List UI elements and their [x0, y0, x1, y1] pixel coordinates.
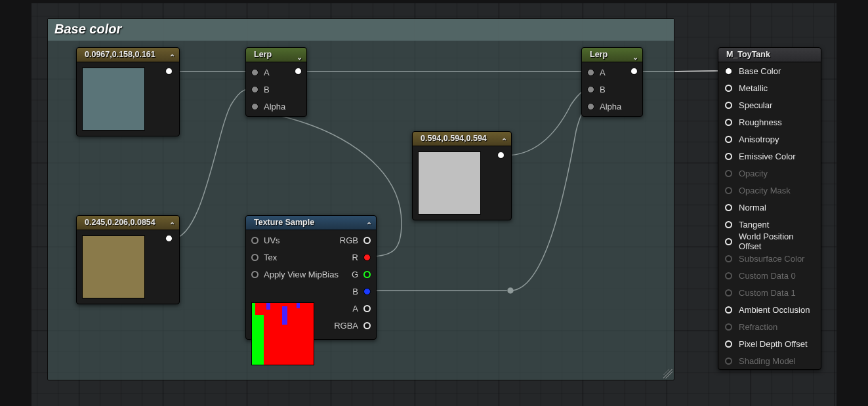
node-lerp-2[interactable]: Lerp ⌄ A B Alpha	[581, 47, 643, 117]
node-constant3vector-1[interactable]: 0.0967,0.158,0.161 ⌃	[76, 47, 180, 136]
pin-dot-icon	[725, 323, 732, 331]
pin-dot-icon	[725, 255, 732, 262]
output-pin-rgba[interactable]: RGBA	[334, 321, 371, 331]
input-pin-b[interactable]: B	[587, 81, 637, 98]
graph-canvas[interactable]: Base color 0.0967,0.158,0.161 ⌃ 0.245,0.…	[0, 0, 868, 406]
pin-dot-icon	[725, 357, 732, 365]
comment-title[interactable]: Base color	[48, 19, 674, 41]
pin-label: Shading Model	[739, 356, 796, 366]
pin-label: Pixel Depth Offset	[739, 339, 808, 349]
chevron-down-icon[interactable]: ⌄	[297, 51, 302, 64]
node-title: Texture Sample	[254, 218, 314, 227]
pin-dot-icon	[725, 238, 732, 245]
node-constant3vector-2[interactable]: 0.245,0.206,0.0854 ⌃	[76, 215, 180, 304]
node-title: 0.245,0.206,0.0854	[85, 218, 155, 227]
node-constant3vector-3[interactable]: 0.594,0.594,0.594 ⌃	[412, 131, 512, 220]
pin-label: Custom Data 0	[739, 271, 796, 281]
panel-edge-right	[837, 0, 868, 406]
pin-label: RGBA	[334, 321, 358, 331]
pin-label: Subsurface Color	[739, 254, 804, 264]
material-input-refraction: Refraction	[718, 318, 821, 335]
output-pin-r[interactable]: R	[352, 253, 371, 262]
material-input-metallic[interactable]: Metallic	[718, 79, 821, 96]
node-header[interactable]: Texture Sample ⌃	[246, 216, 376, 230]
material-input-pixel-depth-offset[interactable]: Pixel Depth Offset	[718, 335, 821, 352]
pin-label: B	[264, 85, 270, 94]
chevron-down-icon[interactable]: ⌄	[632, 51, 638, 64]
pin-label: Roughness	[739, 117, 782, 127]
pin-label: Opacity Mask	[739, 186, 791, 195]
pin-dot-icon	[725, 85, 732, 92]
input-pin-a[interactable]: A	[587, 64, 637, 81]
node-lerp-1[interactable]: Lerp ⌄ A B Alpha	[245, 47, 307, 117]
output-pin[interactable]	[165, 68, 173, 75]
color-swatch[interactable]	[82, 235, 145, 298]
node-header[interactable]: 0.245,0.206,0.0854 ⌃	[77, 216, 179, 230]
node-body: UVs RGB Tex R Apply View MipBias G B A	[246, 230, 376, 339]
material-input-base-color[interactable]: Base Color	[718, 62, 821, 79]
pin-label: Refraction	[739, 322, 777, 332]
node-header[interactable]: 0.0967,0.158,0.161 ⌃	[77, 48, 179, 62]
node-title: M_ToyTank	[726, 50, 770, 59]
material-input-specular[interactable]: Specular	[718, 96, 821, 113]
output-pin-b[interactable]: B	[352, 287, 371, 296]
material-input-roughness[interactable]: Roughness	[718, 113, 821, 131]
texture-preview[interactable]	[251, 302, 314, 365]
pin-label: Metallic	[739, 83, 768, 93]
node-title: 0.594,0.594,0.594	[421, 134, 487, 143]
output-pin-rgb[interactable]: RGB	[340, 235, 371, 245]
material-input-custom-data-0: Custom Data 0	[718, 267, 821, 284]
input-pin-uvs[interactable]: UVs	[251, 235, 280, 245]
material-input-tangent[interactable]: Tangent	[718, 216, 821, 233]
material-input-normal[interactable]: Normal	[718, 199, 821, 216]
pin-dot-icon	[725, 289, 732, 296]
color-swatch[interactable]	[418, 152, 481, 214]
chevron-up-icon[interactable]: ⌃	[501, 134, 507, 148]
node-header[interactable]: Lerp ⌄	[582, 48, 642, 62]
material-input-world-position-offset[interactable]: World Position Offset	[718, 233, 821, 250]
pin-dot-icon	[725, 187, 732, 194]
input-pin-a[interactable]: A	[251, 64, 301, 81]
output-pin[interactable]	[630, 68, 638, 75]
output-pin[interactable]	[165, 235, 173, 242]
input-pin-alpha[interactable]: Alpha	[587, 98, 637, 115]
chevron-up-icon[interactable]: ⌃	[366, 218, 372, 232]
node-title: 0.0967,0.158,0.161	[85, 50, 155, 59]
material-input-ambient-occlusion[interactable]: Ambient Occlusion	[718, 301, 821, 318]
node-body	[77, 62, 179, 136]
pin-label: B	[600, 85, 606, 94]
panel-edge-top	[0, 0, 868, 3]
pin-dot-icon	[725, 170, 732, 177]
color-swatch[interactable]	[82, 68, 145, 131]
chevron-up-icon[interactable]: ⌃	[169, 218, 175, 232]
node-header[interactable]: M_ToyTank	[718, 48, 821, 62]
output-pin-g[interactable]: G	[352, 270, 371, 279]
chevron-up-icon[interactable]: ⌃	[169, 51, 175, 64]
pin-label: A	[352, 304, 358, 314]
pin-label: Specular	[739, 100, 772, 110]
material-input-opacity: Opacity	[718, 165, 821, 182]
input-pin-tex[interactable]: Tex	[251, 253, 277, 262]
input-pin-b[interactable]: B	[251, 81, 301, 98]
resize-grip-icon[interactable]	[663, 369, 672, 378]
pin-dot-icon	[725, 340, 732, 348]
output-pin-a[interactable]: A	[352, 304, 371, 314]
input-pin-alpha[interactable]: Alpha	[251, 98, 301, 115]
material-input-custom-data-1: Custom Data 1	[718, 284, 821, 301]
pin-label: A	[264, 68, 270, 77]
input-pin-mipbias[interactable]: Apply View MipBias	[251, 270, 339, 279]
material-input-anisotropy[interactable]: Anisotropy	[718, 131, 821, 148]
material-input-emissive-color[interactable]: Emissive Color	[718, 148, 821, 165]
pin-label: A	[600, 68, 606, 77]
pin-label: Alpha	[264, 102, 285, 112]
panel-edge-left	[0, 0, 31, 406]
pin-dot-icon	[725, 204, 732, 211]
node-header[interactable]: 0.594,0.594,0.594 ⌃	[413, 132, 511, 146]
node-header[interactable]: Lerp ⌄	[246, 48, 306, 62]
node-texture-sample[interactable]: Texture Sample ⌃ UVs RGB Tex R Apply Vie…	[245, 215, 377, 340]
output-pin[interactable]	[295, 68, 302, 75]
output-pin[interactable]	[497, 152, 505, 159]
node-material-output[interactable]: M_ToyTank Base ColorMetallicSpecularRoug…	[718, 47, 821, 370]
node-title: Lerp	[590, 50, 608, 59]
node-body	[77, 230, 179, 304]
